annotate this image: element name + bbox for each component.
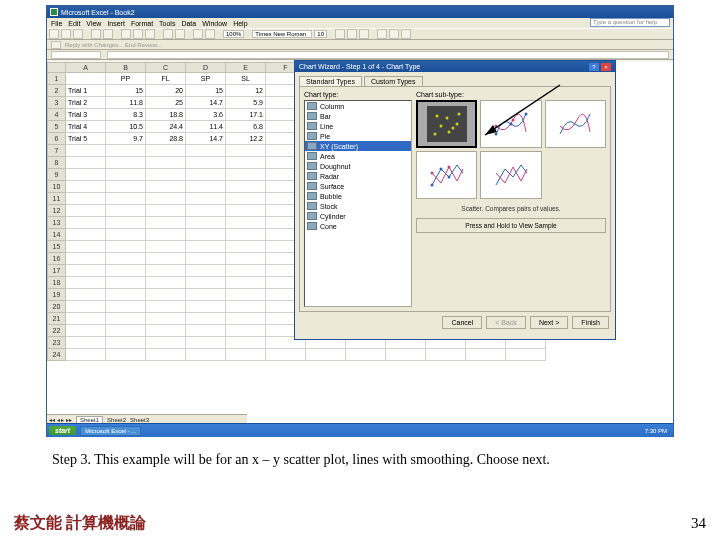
cell[interactable]: [226, 169, 266, 181]
name-box[interactable]: [51, 51, 101, 59]
cell[interactable]: [266, 349, 306, 361]
cell[interactable]: [66, 301, 106, 313]
cell[interactable]: [226, 265, 266, 277]
cell[interactable]: 12.2: [226, 133, 266, 145]
cell[interactable]: Trial 4: [66, 121, 106, 133]
chart-type-item[interactable]: Surface: [305, 181, 411, 191]
cell[interactable]: [226, 193, 266, 205]
row-header[interactable]: 10: [48, 181, 66, 193]
cell[interactable]: Trial 1: [66, 85, 106, 97]
row-header[interactable]: 16: [48, 253, 66, 265]
chart-type-item[interactable]: Pie: [305, 131, 411, 141]
cell[interactable]: [106, 181, 146, 193]
cell[interactable]: [66, 325, 106, 337]
col-header[interactable]: C: [146, 63, 186, 73]
menu-insert[interactable]: Insert: [107, 20, 125, 27]
cell[interactable]: [66, 313, 106, 325]
back-button[interactable]: < Back: [486, 316, 526, 329]
cell[interactable]: [66, 265, 106, 277]
cell[interactable]: [66, 181, 106, 193]
cell[interactable]: [226, 145, 266, 157]
cell[interactable]: [426, 349, 466, 361]
cell[interactable]: 18.8: [146, 109, 186, 121]
cell[interactable]: [106, 193, 146, 205]
chart-type-item[interactable]: Cone: [305, 221, 411, 231]
formula-bar[interactable]: [107, 51, 669, 59]
undo-icon[interactable]: [163, 29, 173, 39]
cell[interactable]: [66, 241, 106, 253]
cell[interactable]: [226, 337, 266, 349]
cell[interactable]: 6.8: [226, 121, 266, 133]
data-header[interactable]: SL: [226, 73, 266, 85]
cell[interactable]: [146, 313, 186, 325]
cell[interactable]: 15: [106, 85, 146, 97]
align-right-icon[interactable]: [401, 29, 411, 39]
cell[interactable]: [66, 349, 106, 361]
cell[interactable]: [106, 229, 146, 241]
data-header[interactable]: FL: [146, 73, 186, 85]
subtype-scatter-smooth-markers[interactable]: [480, 100, 541, 148]
cell[interactable]: [186, 301, 226, 313]
row-header[interactable]: 13: [48, 217, 66, 229]
chart-type-item[interactable]: Area: [305, 151, 411, 161]
align-center-icon[interactable]: [389, 29, 399, 39]
cell[interactable]: [66, 277, 106, 289]
cell[interactable]: [186, 277, 226, 289]
cell[interactable]: [106, 313, 146, 325]
cell[interactable]: [146, 337, 186, 349]
cell[interactable]: [146, 145, 186, 157]
new-icon[interactable]: [49, 29, 59, 39]
next-button[interactable]: Next >: [530, 316, 568, 329]
menu-view[interactable]: View: [86, 20, 101, 27]
subtype-scatter-smooth[interactable]: [545, 100, 606, 148]
chart-type-item[interactable]: Line: [305, 121, 411, 131]
cell[interactable]: [146, 229, 186, 241]
menu-edit[interactable]: Edit: [68, 20, 80, 27]
cell[interactable]: [106, 325, 146, 337]
underline-icon[interactable]: [359, 29, 369, 39]
row-header[interactable]: 18: [48, 277, 66, 289]
tab-nav[interactable]: ◂◂ ◂ ▸ ▸▸: [49, 416, 72, 423]
cell[interactable]: 11.8: [106, 97, 146, 109]
row-header[interactable]: 4: [48, 109, 66, 121]
preview-sample-button[interactable]: Press and Hold to View Sample: [416, 218, 606, 233]
row-header[interactable]: 6: [48, 133, 66, 145]
cell[interactable]: Trial 3: [66, 109, 106, 121]
cell[interactable]: [146, 217, 186, 229]
col-header[interactable]: B: [106, 63, 146, 73]
tab-standard-types[interactable]: Standard Types: [299, 76, 362, 86]
align-left-icon[interactable]: [377, 29, 387, 39]
help-icon[interactable]: ?: [589, 63, 599, 71]
cell[interactable]: [146, 205, 186, 217]
chart-type-item[interactable]: Cylinder: [305, 211, 411, 221]
cell[interactable]: [66, 289, 106, 301]
cell[interactable]: [226, 325, 266, 337]
col-header[interactable]: A: [66, 63, 106, 73]
cell[interactable]: [186, 217, 226, 229]
row-header[interactable]: 7: [48, 145, 66, 157]
data-header[interactable]: PP: [106, 73, 146, 85]
cell[interactable]: [386, 349, 426, 361]
taskbar-item-excel[interactable]: Microsoft Excel - ...: [80, 426, 141, 436]
cell[interactable]: [186, 241, 226, 253]
help-question-box[interactable]: Type a question for help: [590, 18, 670, 27]
cell[interactable]: [66, 217, 106, 229]
bold-icon[interactable]: [335, 29, 345, 39]
row-header[interactable]: 9: [48, 169, 66, 181]
cell[interactable]: [146, 289, 186, 301]
cell[interactable]: [186, 325, 226, 337]
menu-file[interactable]: File: [51, 20, 62, 27]
cell[interactable]: 5.9: [226, 97, 266, 109]
cell[interactable]: [506, 349, 546, 361]
cell[interactable]: [146, 265, 186, 277]
cell[interactable]: [186, 169, 226, 181]
menu-window[interactable]: Window: [202, 20, 227, 27]
cell[interactable]: [146, 193, 186, 205]
cell[interactable]: [106, 289, 146, 301]
cell[interactable]: [186, 157, 226, 169]
row-header[interactable]: 12: [48, 205, 66, 217]
cell[interactable]: [66, 193, 106, 205]
cell[interactable]: [146, 181, 186, 193]
row-header[interactable]: 23: [48, 337, 66, 349]
cell[interactable]: [226, 229, 266, 241]
